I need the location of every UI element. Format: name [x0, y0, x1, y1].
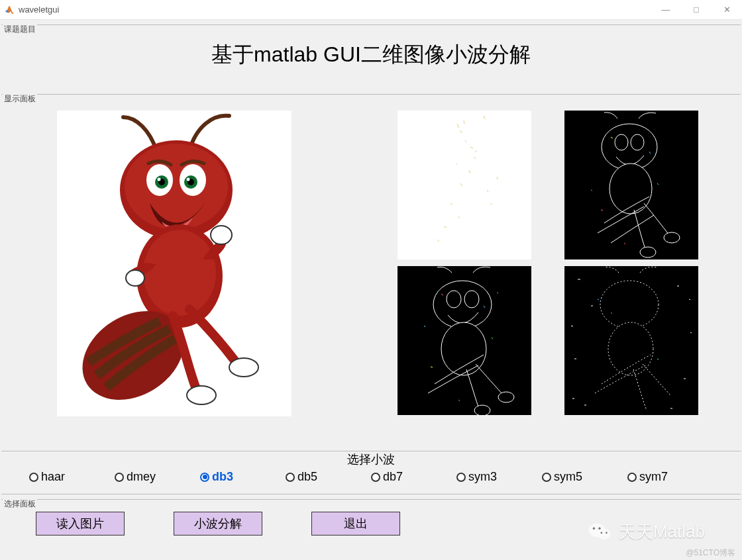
svg-point-28 — [474, 405, 490, 415]
wavelet-radio-db3[interactable]: db3 — [200, 470, 286, 484]
svg-point-30 — [608, 322, 653, 375]
svg-point-16 — [187, 386, 216, 404]
svg-point-20 — [610, 163, 652, 214]
svg-point-25 — [464, 291, 479, 308]
decomp-horizontal-axes — [564, 111, 698, 259]
radio-label: db3 — [212, 470, 233, 484]
radio-label: sym7 — [639, 470, 668, 484]
radio-dot-icon — [542, 473, 551, 482]
window-controls: — □ ✕ — [651, 0, 742, 20]
svg-point-17 — [602, 124, 657, 170]
radio-dot-icon — [200, 473, 209, 482]
choose-panel-label: 选择面板 — [3, 498, 37, 510]
svg-point-34 — [598, 528, 600, 530]
decompose-button[interactable]: 小波分解 — [174, 512, 262, 536]
minimize-button[interactable]: — — [651, 0, 681, 20]
svg-point-36 — [606, 532, 608, 534]
svg-point-19 — [631, 134, 644, 150]
exit-button[interactable]: 退出 — [311, 512, 400, 536]
watermark-text: @51CTO博客 — [686, 547, 735, 559]
svg-point-22 — [640, 247, 656, 257]
svg-point-33 — [593, 528, 595, 530]
wechat-badge: 天天Matlab — [587, 519, 705, 544]
radio-dot-icon — [115, 473, 124, 482]
radio-dot-icon — [456, 473, 466, 482]
wechat-icon — [587, 519, 612, 544]
radio-label: dmey — [127, 470, 156, 484]
radio-label: sym5 — [554, 470, 582, 484]
page-title: 基于matlab GUI二维图像小波分解 — [1, 25, 741, 85]
svg-point-32 — [598, 529, 610, 539]
display-panel: 显示面板 — [1, 94, 741, 446]
window-title: waveletgui — [19, 5, 59, 15]
load-image-button[interactable]: 读入图片 — [36, 512, 125, 536]
wavelet-radio-group: haardmeydb3db5db7sym3sym5sym7 — [1, 470, 741, 489]
maximize-button[interactable]: □ — [681, 0, 712, 20]
svg-point-27 — [498, 392, 514, 402]
close-button[interactable]: ✕ — [712, 0, 742, 20]
svg-point-8 — [158, 178, 161, 181]
svg-point-24 — [447, 291, 461, 308]
wavelet-radio-sym7[interactable]: sym7 — [627, 470, 713, 484]
svg-point-11 — [143, 230, 216, 316]
radio-dot-icon — [286, 473, 295, 482]
radio-dot-icon — [29, 473, 38, 482]
matlab-icon — [4, 5, 15, 15]
decomp-vertical-axes — [398, 266, 531, 415]
svg-point-9 — [187, 178, 190, 181]
svg-point-23 — [433, 281, 492, 328]
svg-point-21 — [664, 232, 680, 243]
original-image-axes — [57, 111, 292, 416]
svg-point-12 — [211, 226, 232, 244]
svg-point-15 — [229, 358, 258, 377]
wavelet-radio-sym5[interactable]: sym5 — [542, 470, 627, 484]
wavelet-radio-db5[interactable]: db5 — [286, 470, 371, 484]
wavelet-radio-dmey[interactable]: dmey — [115, 470, 200, 484]
wavelet-radio-sym3[interactable]: sym3 — [456, 470, 542, 484]
svg-point-1 — [125, 144, 228, 230]
wechat-badge-text: 天天Matlab — [619, 520, 705, 543]
wavelet-radio-db7[interactable]: db7 — [371, 470, 456, 484]
svg-point-35 — [600, 532, 602, 534]
decomp-approx-axes — [398, 111, 531, 259]
radio-label: sym3 — [468, 470, 497, 484]
svg-point-13 — [126, 270, 144, 286]
topic-panel-label: 课题题目 — [3, 24, 37, 35]
radio-label: db7 — [383, 470, 403, 484]
display-panel-label: 显示面板 — [3, 93, 37, 105]
wavelet-select-title: 选择小波 — [1, 451, 741, 467]
window-titlebar: waveletgui — □ ✕ — [0, 0, 742, 20]
decomp-diagonal-axes — [564, 266, 698, 415]
svg-point-18 — [615, 134, 628, 150]
wavelet-radio-haar[interactable]: haar — [29, 470, 115, 484]
radio-label: db5 — [297, 470, 317, 484]
svg-point-26 — [441, 322, 486, 375]
radio-dot-icon — [371, 473, 380, 482]
radio-dot-icon — [627, 473, 637, 482]
wavelet-select-panel: 选择小波 haardmeydb3db5db7sym3sym5sym7 — [1, 451, 741, 494]
topic-panel: 课题题目 基于matlab GUI二维图像小波分解 — [1, 24, 741, 89]
svg-point-29 — [600, 281, 659, 328]
radio-label: haar — [41, 470, 65, 484]
